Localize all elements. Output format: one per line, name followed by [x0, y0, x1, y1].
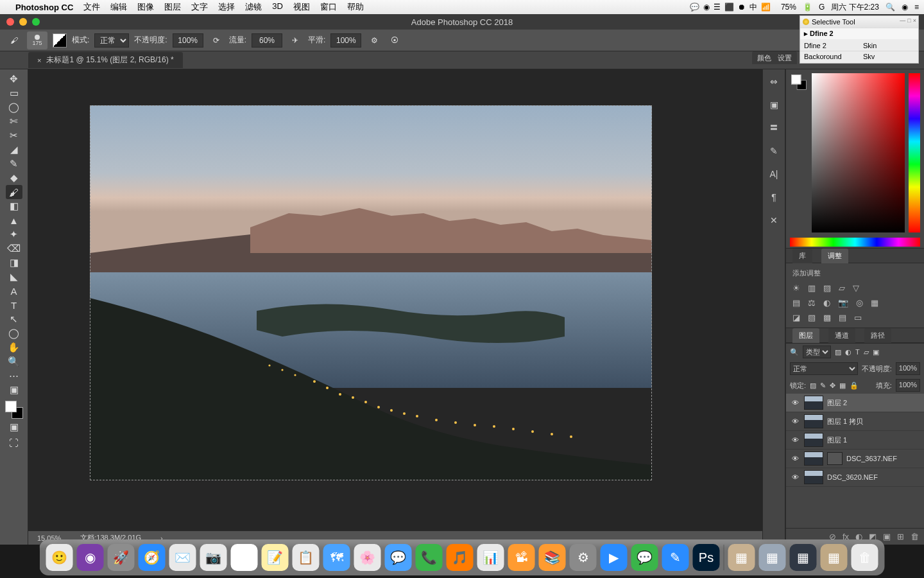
dock-app[interactable]: ✉️ [169, 544, 196, 571]
layer-thumbnail[interactable] [804, 433, 823, 447]
photo-filter-icon[interactable]: 📷 [838, 298, 848, 308]
bw-icon[interactable]: ◐ [823, 298, 830, 308]
lock-position-icon[interactable]: ✎ [820, 381, 826, 390]
menubar-status-icon[interactable]: 📶 [761, 3, 771, 12]
layer-name[interactable]: 图层 1 拷贝 [827, 417, 863, 426]
mixer-icon[interactable]: ◎ [856, 298, 863, 308]
visibility-toggle[interactable]: 👁 [790, 417, 800, 425]
dock-app[interactable]: Ps [693, 544, 720, 571]
dock-app[interactable]: 📋 [293, 544, 320, 571]
dock-recent[interactable]: ▦ [728, 544, 755, 571]
tool-8[interactable]: 🖌 [6, 185, 22, 199]
menubar-status-icon[interactable]: 💬 [690, 3, 699, 12]
filter-shape-icon[interactable]: ▱ [864, 348, 869, 356]
hue-icon[interactable]: ▤ [792, 298, 800, 308]
menu-文件[interactable]: 文件 [83, 1, 100, 13]
layer-thumbnail[interactable] [804, 396, 823, 410]
opacity-pressure-icon[interactable]: ⟳ [209, 33, 224, 48]
filter-smart-icon[interactable]: ▣ [873, 348, 879, 356]
dock-app[interactable]: 📊 [477, 544, 504, 571]
plugin-item[interactable]: Backoround [800, 51, 859, 62]
tool-11[interactable]: ✦ [6, 227, 22, 241]
close-icon[interactable]: × [913, 17, 916, 24]
color-field[interactable] [812, 73, 905, 232]
layer-thumbnail[interactable] [804, 451, 823, 466]
dock-app[interactable]: 📞 [416, 544, 443, 571]
layer-row[interactable]: 👁 DSC_3637.NEF [786, 450, 924, 468]
collapsed-panel-icon[interactable]: 〓 [767, 121, 781, 135]
layer-thumbnail[interactable] [804, 414, 823, 428]
curves-icon[interactable]: ▨ [823, 283, 831, 293]
tool-14[interactable]: ◣ [6, 270, 22, 284]
menubar-status-icon[interactable]: ⬛ [724, 3, 734, 12]
symmetry-icon[interactable]: ⦿ [387, 33, 402, 48]
blend-mode-select[interactable]: 正常 [94, 33, 129, 48]
dock-recent[interactable]: ▦ [790, 544, 817, 571]
tool-9[interactable]: ◧ [6, 199, 22, 213]
selective-tool-window[interactable]: Selective Tool —□× ▸ Dfine 2 Dfine 2Skin… [800, 15, 919, 64]
plugin-item[interactable]: Skin [859, 40, 918, 51]
filter-icon[interactable]: 🔍 [790, 348, 799, 356]
layer-row[interactable]: 👁 DSC_3620.NEF [786, 468, 924, 487]
plugin-item[interactable]: Skv [859, 51, 918, 62]
lut-icon[interactable]: ▦ [871, 298, 878, 308]
spotlight-icon[interactable]: 🔍 [886, 3, 895, 12]
posterize-icon[interactable]: ▧ [808, 313, 816, 322]
maximize-icon[interactable]: □ [907, 17, 911, 24]
dock-app[interactable]: ▶ [601, 544, 628, 571]
dock-app[interactable]: ✎ [662, 544, 689, 571]
tool-1[interactable]: ▭ [6, 86, 22, 100]
airbrush-icon[interactable]: ✈ [287, 33, 303, 48]
close-icon[interactable]: × [37, 57, 41, 64]
dock-app[interactable]: 💬 [385, 544, 412, 571]
tool-13[interactable]: ◨ [6, 256, 22, 270]
minimize-icon[interactable]: — [900, 17, 905, 24]
notification-center-icon[interactable]: ≡ [914, 3, 919, 12]
filter-adjust-icon[interactable]: ◐ [845, 348, 851, 356]
balance-icon[interactable]: ⚖ [808, 298, 816, 308]
menu-视图[interactable]: 视图 [293, 1, 310, 13]
flow-value[interactable]: 60% [252, 33, 282, 48]
tool-21[interactable]: ⋯ [6, 369, 22, 383]
layer-opacity-value[interactable]: 100% [896, 362, 920, 375]
menubar-status-icon[interactable]: ◉ [703, 3, 710, 12]
hue-slider[interactable] [909, 73, 920, 232]
screen-mode-icon[interactable]: ⛶ [6, 435, 22, 450]
menubar-status-icon[interactable]: ☰ [714, 3, 721, 12]
tool-0[interactable]: ✥ [6, 72, 22, 86]
tab-adjustments[interactable]: 调整 [821, 249, 848, 263]
fill-value[interactable]: 100% [896, 379, 920, 392]
dock-app[interactable]: 🚀 [108, 544, 135, 571]
layer-row[interactable]: 👁 图层 1 [786, 431, 924, 450]
invert-icon[interactable]: ◪ [792, 313, 800, 322]
opacity-value[interactable]: 100% [173, 33, 203, 48]
tool-22[interactable]: ▣ [6, 383, 22, 397]
smooth-options-icon[interactable]: ⚙ [366, 33, 382, 48]
visibility-toggle[interactable]: 👁 [790, 455, 800, 462]
dock-app[interactable]: 📚 [539, 544, 566, 571]
visibility-toggle[interactable]: 👁 [790, 473, 800, 481]
layer-action-icon[interactable]: 🗑 [911, 532, 919, 541]
tool-17[interactable]: ↖ [6, 312, 22, 326]
tab-layers[interactable]: 图层 [792, 328, 819, 343]
collapsed-panel-icon[interactable]: ✎ [767, 144, 781, 158]
threshold-icon[interactable]: ▩ [823, 313, 831, 322]
menubar-status-icon[interactable]: 中 [749, 3, 757, 12]
dock-recent[interactable]: 🗑 [851, 544, 878, 571]
collapsed-panel-icon[interactable]: ✕ [767, 213, 781, 227]
app-name[interactable]: Photoshop CC [15, 3, 73, 12]
layer-blend-select[interactable]: 正常 [790, 362, 858, 375]
document-tab[interactable]: × 未标题1 @ 15.1% (图层 2, RGB/16) * [28, 52, 183, 68]
dock-app[interactable]: 🧭 [139, 544, 166, 571]
menubar-status-icon[interactable]: ⏺ [738, 3, 746, 12]
color-spectrum[interactable] [790, 238, 920, 247]
foreground-color[interactable] [5, 401, 17, 412]
filter-type-select[interactable]: 类型 [803, 346, 831, 358]
tab-library[interactable]: 库 [792, 249, 812, 263]
menu-图像[interactable]: 图像 [137, 1, 154, 13]
menu-图层[interactable]: 图层 [164, 1, 181, 13]
tool-7[interactable]: ◆ [6, 171, 22, 185]
dock-app[interactable]: 🗺 [323, 544, 350, 571]
layer-row[interactable]: 👁 图层 2 [786, 394, 924, 412]
collapsed-panel-icon[interactable]: ¶ [767, 190, 781, 204]
